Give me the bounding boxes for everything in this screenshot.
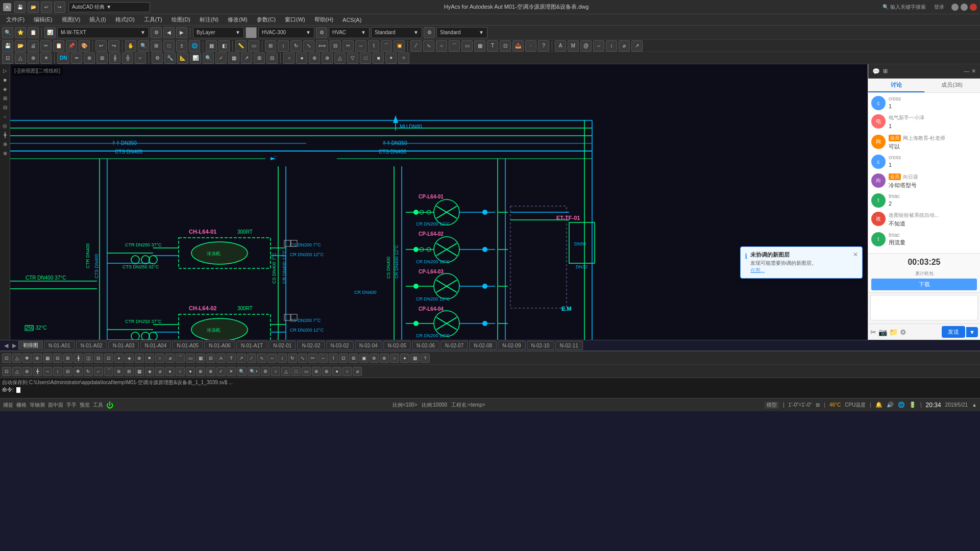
chat-split-btn[interactable]: ⊞	[883, 68, 888, 74]
tab-n01-a01[interactable]: N-01-A01	[44, 341, 75, 350]
bt2-4[interactable]: ╋	[33, 367, 42, 376]
tb2-pan[interactable]: ✋	[125, 40, 136, 52]
bt1-25[interactable]: ⁄	[247, 354, 256, 363]
tb2-circle[interactable]: ○	[436, 40, 447, 52]
chat-minimize-btn[interactable]: —	[964, 68, 969, 74]
layer-next-btn[interactable]: ▶	[176, 27, 187, 38]
tab-n02-09[interactable]: N-02-09	[498, 341, 525, 350]
left-icon-8[interactable]: ╋	[1, 131, 9, 139]
bt1-28[interactable]: ↕	[278, 354, 287, 363]
tb2-array[interactable]: ⊞	[265, 40, 276, 52]
left-icon-6[interactable]: ○	[1, 112, 9, 120]
tb3-snap[interactable]: ⊡	[2, 53, 13, 64]
status-btn-4[interactable]: 面中面	[48, 402, 63, 409]
bt2-17[interactable]: ♦	[165, 367, 175, 376]
bt1-13[interactable]: ◈	[125, 354, 134, 363]
tb2-undo[interactable]: ↩	[95, 40, 107, 52]
tab-n01-a02[interactable]: N-01-A02	[76, 341, 107, 350]
tb2-arc[interactable]: ⌒	[449, 40, 460, 52]
bt1-29[interactable]: ↻	[288, 354, 297, 363]
left-icon-9[interactable]: ⊕	[1, 140, 9, 148]
quick-undo-btn[interactable]: ↩	[41, 2, 52, 13]
quick-access-btn[interactable]: 💾	[14, 2, 26, 13]
tb3-more5[interactable]: △	[334, 53, 346, 64]
bt2-2[interactable]: △	[12, 367, 21, 376]
bt1-10[interactable]: ⊟	[94, 354, 103, 363]
cad-viewport[interactable]: [-][俯视图][二维线框] 北 东 ☰ P ✕ 🔍+ 🔍 ♪ ⊞	[10, 64, 980, 340]
tb2-dim2[interactable]: ↕	[606, 40, 617, 52]
bt2-15[interactable]: ◈	[145, 367, 154, 376]
bt1-32[interactable]: ↔	[318, 354, 328, 363]
tb3-more2[interactable]: ●	[296, 53, 307, 64]
tab-n02-05[interactable]: N-02-05	[383, 341, 411, 350]
bt1-16[interactable]: ○	[155, 354, 164, 363]
tb2-attdef[interactable]: @	[580, 40, 592, 52]
bt1-11[interactable]: ⊡	[104, 354, 113, 363]
standard-dropdown[interactable]: Standard ▼	[436, 27, 487, 38]
bt2-30[interactable]: ▭	[302, 367, 311, 376]
bt2-22[interactable]: ✓	[216, 367, 226, 376]
bt2-9[interactable]: ↻	[84, 367, 93, 376]
menu-modify[interactable]: 修改(M)	[224, 15, 252, 24]
tb-btn-2[interactable]: ⭐	[15, 27, 26, 38]
tb-btn-3[interactable]: 📋	[28, 27, 39, 38]
bt1-7[interactable]: ⊞	[63, 354, 72, 363]
bt2-14[interactable]: ▦	[135, 367, 144, 376]
workspace-selector[interactable]: AutoCAD 经典 ▼	[68, 2, 150, 12]
tb2-copy[interactable]: 📋	[53, 40, 64, 52]
tb2-hatch[interactable]: ▦	[474, 40, 485, 52]
linetype-dropdown[interactable]: HVAC-300 ▼	[258, 27, 314, 38]
tb2-leader[interactable]: ↗	[631, 40, 643, 52]
left-icon-3[interactable]: ◈	[1, 85, 9, 93]
tb2-shade[interactable]: ◧	[218, 40, 230, 52]
project-label[interactable]: 工程名:<temp>	[451, 402, 485, 409]
tab-n03-02[interactable]: N-03-02	[326, 341, 354, 350]
tb2-point[interactable]: ·	[525, 40, 536, 52]
left-icon-2[interactable]: ■	[1, 76, 9, 84]
scissors-icon[interactable]: ✂	[870, 328, 876, 336]
tb2-pline[interactable]: ∿	[423, 40, 434, 52]
tb2-dist[interactable]: 📏	[235, 40, 247, 52]
bt1-36[interactable]: ▣	[359, 354, 369, 363]
bt2-31[interactable]: ⊕	[312, 367, 321, 376]
tb2-help[interactable]: ?	[538, 40, 549, 52]
tb3-more6[interactable]: ▽	[347, 53, 358, 64]
tb3-equip[interactable]: ⊞	[96, 53, 108, 64]
chat-tab-discuss[interactable]: 讨论	[868, 79, 924, 92]
bt2-8[interactable]: ✤	[74, 367, 83, 376]
left-icon-5[interactable]: ⊟	[1, 103, 9, 111]
ratio-label[interactable]: 比例:10000	[422, 402, 448, 409]
tab-n02-01[interactable]: N-02-01	[268, 341, 296, 350]
tb2-cut[interactable]: ✂	[40, 40, 52, 52]
notification-close-btn[interactable]: ✕	[853, 251, 858, 258]
tb3-dn-btn[interactable]: DN	[57, 53, 69, 64]
gear-icon[interactable]: ⚙	[900, 328, 906, 336]
bt2-29[interactable]: □	[291, 367, 301, 376]
menu-insert[interactable]: 插入(I)	[85, 15, 110, 24]
tb3-more7[interactable]: □	[360, 53, 371, 64]
tab-n02-11[interactable]: N-02-11	[555, 341, 583, 350]
tb2-zoomext[interactable]: ⊞	[151, 40, 162, 52]
tb2-extend[interactable]: ↔	[355, 40, 366, 52]
status-btn-2[interactable]: 栅格	[16, 402, 27, 409]
notification-link[interactable]: 在图...	[750, 267, 850, 274]
chat-input[interactable]	[870, 295, 978, 320]
tb2-matchprop[interactable]: 🎨	[79, 40, 90, 52]
chat-close-btn[interactable]: ✕	[971, 68, 976, 74]
tab-n01-a06[interactable]: N-01-A06	[204, 341, 235, 350]
camera-icon[interactable]: 📷	[878, 328, 887, 336]
tb2-save[interactable]: 💾	[2, 40, 13, 52]
close-btn[interactable]	[970, 4, 977, 11]
tab-n02-04[interactable]: N-02-04	[355, 341, 382, 350]
tb2-mirror[interactable]: ⟺	[316, 40, 328, 52]
tab-n02-02[interactable]: N-02-02	[297, 341, 325, 350]
tb3-hyacs3[interactable]: 📐	[177, 53, 188, 64]
tab-n01-a1t[interactable]: N-01-A1T	[236, 341, 267, 350]
bt2-26[interactable]: ⚙	[261, 367, 270, 376]
tb2-rect[interactable]: ▭	[461, 40, 473, 52]
search-area[interactable]: 🔍 输入关键字搜索	[883, 4, 926, 11]
bt1-35[interactable]: ⊞	[349, 354, 358, 363]
menu-edit[interactable]: 编辑(E)	[30, 15, 57, 24]
tb3-pipe[interactable]: ━	[71, 53, 82, 64]
bt2-16[interactable]: ⌀	[155, 367, 164, 376]
